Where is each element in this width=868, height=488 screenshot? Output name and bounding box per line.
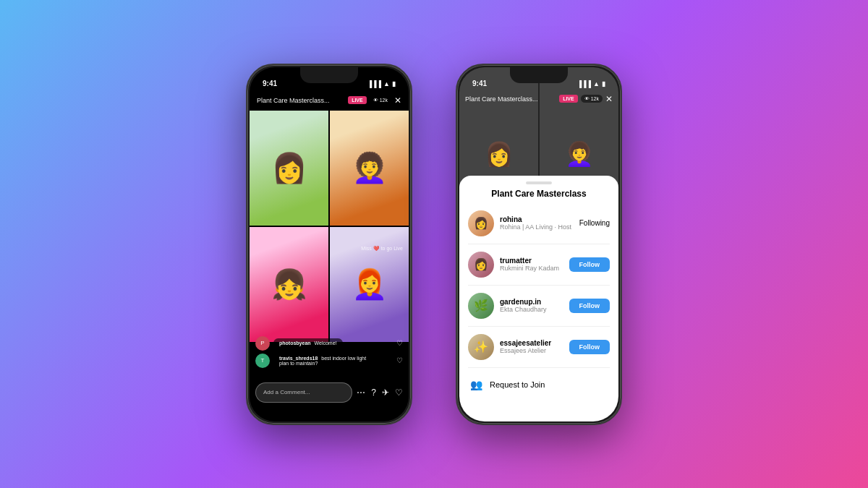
comment-bubble-1: photosbyean Welcome! (273, 338, 343, 348)
status-icons-left: ▐▐▐ ▲ ▮ (367, 80, 396, 87)
username-essajees: essajeesatelier (500, 339, 563, 347)
signal-icon-r: ▐▐▐ (577, 80, 591, 87)
user-info-gardenup: gardenup.in Ekta Chaudhary (500, 298, 563, 313)
notch-right (510, 67, 568, 83)
user-row-trumatter: 👩 trumatter Rukmini Ray Kadam Follow (459, 247, 618, 282)
username-gardenup: gardenup.in (500, 298, 563, 306)
divider-4 (468, 367, 610, 368)
eye-icon-r: 👁 (584, 96, 590, 101)
comment-avatar-2: T (255, 354, 270, 368)
notch (300, 67, 358, 83)
live-badges-right: LIVE 👁 12k ✕ (559, 94, 613, 104)
video-cell-1: 👩 (250, 111, 328, 226)
bottom-icons-left: ⋯ ? ✈ ♡ (357, 388, 403, 398)
comment-input[interactable]: Add a Comment... (255, 382, 352, 403)
miss-live-text: Miss ❤️ to go Live (361, 246, 403, 252)
right-phone: 9:41 ▐▐▐ ▲ ▮ Plant Care Masterclass... L… (456, 64, 622, 425)
user-sub-rohina: Rohina | AA Living · Host (500, 223, 574, 231)
live-title-right: Plant Care Masterclass... (465, 95, 538, 103)
eye-icon: 👁 (373, 98, 378, 103)
live-badge-right: LIVE (559, 95, 578, 103)
avatar-trumatter: 👩 (468, 252, 494, 278)
video-cell-4: 👩‍🦰 (330, 227, 409, 342)
comment-placeholder: Add a Comment... (263, 389, 310, 395)
comment-user-1: photosbyean (279, 341, 311, 346)
avatar-essajees: ✨ (468, 334, 494, 360)
video-cell-3: 👧 (250, 227, 328, 342)
follow-button-gardenup[interactable]: Follow (569, 299, 610, 313)
comment-row-1: P photosbyean Welcome! ♡ (255, 336, 403, 351)
user-sub-gardenup: Ekta Chaudhary (500, 306, 563, 313)
user-info-essajees: essajeesatelier Essajees Atelier (500, 339, 563, 354)
status-icons-right: ▐▐▐ ▲ ▮ (577, 80, 605, 87)
video-cell-2: 👩‍🦱 (330, 111, 409, 226)
battery-icon-r: ▮ (602, 80, 605, 87)
help-icon[interactable]: ? (371, 388, 376, 398)
divider-3 (468, 326, 610, 327)
left-phone: 9:41 ▐▐▐ ▲ ▮ Plant Care Masterclass... L… (246, 64, 412, 425)
comment-avatar-1: P (255, 336, 270, 351)
follow-button-trumatter[interactable]: Follow (569, 257, 610, 272)
close-button-right[interactable]: ✕ (605, 94, 613, 104)
user-info-rohina: rohina Rohina | AA Living · Host (500, 215, 574, 231)
viewer-count-right: 👁 12k (581, 95, 603, 103)
user-info-trumatter: trumatter Rukmini Ray Kadam (500, 257, 563, 272)
avatar-gardenup: 🌿 (468, 293, 494, 319)
user-row-essajees: ✨ essajeesatelier Essajees Atelier Follo… (459, 330, 618, 364)
comment-bubble-2: travis_shreds18 best indoor low light pl… (273, 354, 382, 368)
like-icon[interactable]: ♡ (395, 388, 403, 398)
live-badges-left: LIVE 👁 12k ✕ (348, 95, 401, 106)
viewer-count-left: 👁 12k (370, 96, 391, 104)
following-text-rohina: Following (579, 219, 610, 227)
video-grid-left: 👩 👩‍🦱 👧 👩‍🦰 (250, 111, 409, 342)
comment-text-1: Welcome! (315, 341, 337, 346)
close-button-left[interactable]: ✕ (394, 95, 401, 106)
user-row-rohina: 👩 rohina Rohina | AA Living · Host Follo… (459, 206, 618, 241)
divider-2 (468, 285, 610, 286)
live-header-left: Plant Care Masterclass... LIVE 👁 12k ✕ (250, 90, 409, 111)
wifi-icon: ▲ (383, 80, 390, 87)
wifi-icon-r: ▲ (593, 80, 600, 87)
request-to-join-row[interactable]: 👥 Request to Join (459, 371, 618, 398)
status-time-right: 9:41 (472, 80, 487, 87)
username-rohina: rohina (500, 215, 574, 223)
user-sub-essajees: Essajees Atelier (500, 347, 563, 354)
heart-icon-2: ♡ (396, 356, 403, 364)
home-indicator-left (300, 415, 358, 417)
live-title-left: Plant Care Masterclass... (257, 97, 330, 104)
heart-icon-1: ♡ (396, 339, 403, 347)
user-sub-trumatter: Rukmini Ray Kadam (500, 265, 563, 272)
comment-row-2: T travis_shreds18 best indoor low light … (255, 354, 403, 368)
request-join-icon: 👥 (468, 377, 484, 393)
comment-user-2: travis_shreds18 (279, 356, 318, 361)
bottom-sheet: Plant Care Masterclass 👩 rohina Rohina |… (459, 176, 618, 421)
avatar-rohina: 👩 (468, 210, 494, 236)
comments-section: P photosbyean Welcome! ♡ T travis_shreds… (250, 336, 409, 371)
sheet-title: Plant Care Masterclass (459, 189, 618, 199)
status-time-left: 9:41 (263, 80, 277, 87)
username-trumatter: trumatter (500, 257, 563, 265)
more-icon[interactable]: ⋯ (357, 388, 365, 398)
signal-icon: ▐▐▐ (367, 80, 381, 87)
sheet-handle (526, 181, 552, 184)
request-join-text: Request to Join (490, 380, 545, 389)
battery-icon: ▮ (392, 80, 396, 87)
send-icon[interactable]: ✈ (382, 388, 389, 398)
user-row-gardenup: 🌿 gardenup.in Ekta Chaudhary Follow (459, 288, 618, 323)
live-badge-left: LIVE (348, 96, 367, 104)
live-header-right: Plant Care Masterclass... LIVE 👁 12k ✕ (459, 90, 618, 108)
follow-button-essajees[interactable]: Follow (569, 340, 610, 354)
divider-1 (468, 244, 610, 244)
bottom-bar-left: Add a Comment... ⋯ ? ✈ ♡ (250, 377, 409, 408)
